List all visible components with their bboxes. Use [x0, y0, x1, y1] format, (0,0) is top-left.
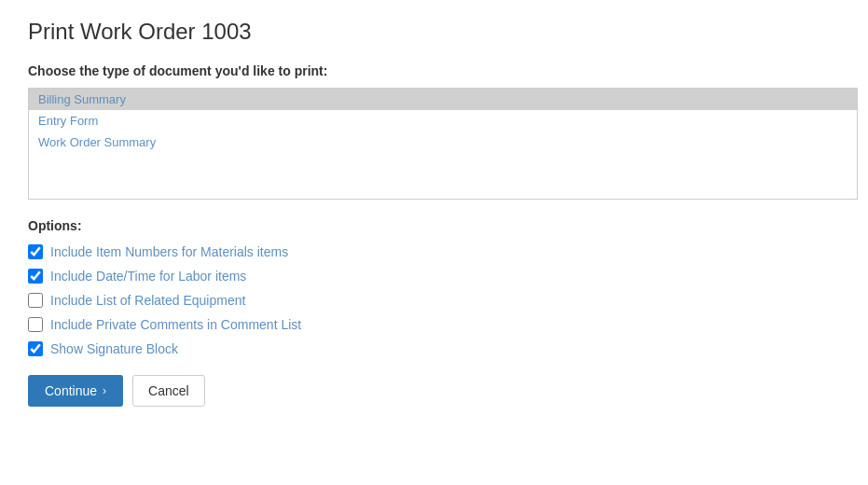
document-type-label: Choose the type of document you'd like t…	[28, 63, 840, 78]
option-row: Include List of Related Equipment	[28, 293, 840, 308]
options-section: Options: Include Item Numbers for Materi…	[28, 218, 840, 356]
option-checkbox-5[interactable]	[28, 341, 43, 356]
option-label-5[interactable]: Show Signature Block	[50, 341, 178, 356]
option-checkbox-4[interactable]	[28, 317, 43, 332]
option-row: Include Date/Time for Labor items	[28, 269, 840, 284]
option-checkbox-3[interactable]	[28, 293, 43, 308]
option-label-3[interactable]: Include List of Related Equipment	[50, 293, 245, 308]
option-label-1[interactable]: Include Item Numbers for Materials items	[50, 244, 288, 259]
option-checkbox-1[interactable]	[28, 244, 43, 259]
option-label-2[interactable]: Include Date/Time for Labor items	[50, 269, 246, 284]
document-type-listbox[interactable]: Billing SummaryEntry FormWork Order Summ…	[28, 88, 858, 200]
option-row: Include Item Numbers for Materials items	[28, 244, 840, 259]
list-item[interactable]: Work Order Summary	[29, 132, 857, 153]
list-item[interactable]: Billing Summary	[29, 89, 857, 110]
option-label-4[interactable]: Include Private Comments in Comment List	[50, 317, 301, 332]
continue-label: Continue	[45, 383, 97, 398]
options-title: Options:	[28, 218, 840, 233]
continue-button[interactable]: Continue ›	[28, 375, 123, 407]
list-item[interactable]: Entry Form	[29, 110, 857, 132]
option-checkbox-2[interactable]	[28, 269, 43, 284]
option-row: Show Signature Block	[28, 341, 840, 356]
cancel-button[interactable]: Cancel	[132, 375, 205, 407]
page-title: Print Work Order 1003	[28, 19, 840, 45]
button-row: Continue › Cancel	[28, 375, 840, 407]
option-row: Include Private Comments in Comment List	[28, 317, 840, 332]
chevron-right-icon: ›	[103, 384, 106, 397]
